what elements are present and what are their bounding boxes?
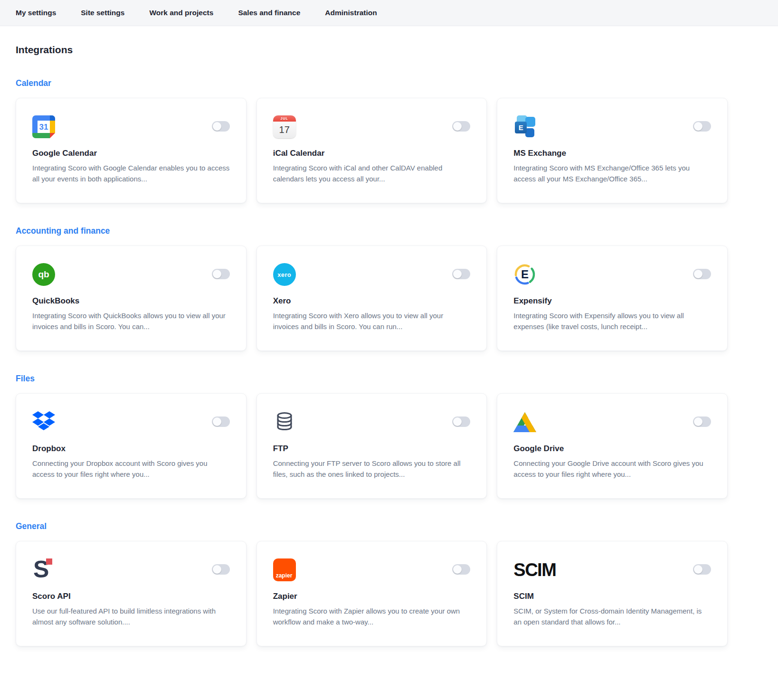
- nav-item-work-and-projects[interactable]: Work and projects: [149, 9, 213, 17]
- card-title: Scoro API: [32, 592, 230, 601]
- dropbox-toggle[interactable]: [212, 416, 230, 427]
- toggle-knob: [213, 565, 221, 574]
- nav-item-site-settings[interactable]: Site settings: [81, 9, 124, 17]
- google-calendar-icon: 31: [32, 115, 55, 138]
- toggle-knob: [453, 565, 462, 574]
- svg-text:E: E: [521, 268, 529, 281]
- integration-card-scim[interactable]: SCIM SCIM SCIM, or System for Cross-doma…: [497, 541, 728, 646]
- top-settings-nav: My settings Site settings Work and proje…: [0, 0, 778, 26]
- toggle-knob: [213, 122, 221, 131]
- scim-icon: SCIM: [513, 558, 570, 581]
- card-title: iCal Calendar: [273, 149, 471, 158]
- section-title-calendar: Calendar: [16, 78, 728, 88]
- section-title-accounting-and-finance: Accounting and finance: [16, 226, 728, 236]
- ftp-server-icon: [273, 411, 296, 434]
- card-title: Expensify: [513, 296, 711, 306]
- card-title: SCIM: [513, 592, 711, 601]
- expensify-icon: E: [513, 263, 536, 286]
- toggle-knob: [694, 417, 702, 426]
- card-description: Connecting your FTP server to Scoro allo…: [273, 458, 471, 480]
- card-title: FTP: [273, 444, 471, 454]
- dropbox-icon: [32, 411, 55, 434]
- toggle-knob: [453, 270, 462, 278]
- scoro-api-icon: S: [32, 558, 55, 581]
- quickbooks-icon: qb: [32, 263, 55, 286]
- toggle-knob: [694, 270, 702, 278]
- toggle-knob: [694, 122, 702, 131]
- card-description: Integrating Scoro with QuickBooks allows…: [32, 310, 230, 332]
- svg-text:31: 31: [39, 123, 48, 132]
- card-description: Use our full-featured API to build limit…: [32, 605, 230, 627]
- accounting-cards-grid: qb QuickBooks Integrating Scoro with Qui…: [16, 246, 728, 351]
- toggle-knob: [213, 270, 221, 278]
- card-description: Integrating Scoro with iCal and other Ca…: [273, 162, 471, 184]
- card-description: Integrating Scoro with Expensify allows …: [513, 310, 711, 332]
- files-cards-grid: Dropbox Connecting your Dropbox account …: [16, 393, 728, 499]
- card-title: Xero: [273, 296, 471, 306]
- ftp-toggle[interactable]: [452, 416, 470, 427]
- card-description: Connecting your Google Drive account wit…: [513, 458, 711, 480]
- ical-calendar-icon: JUL 17: [273, 115, 296, 138]
- card-description: Integrating Scoro with Google Calendar e…: [32, 162, 230, 184]
- integration-card-quickbooks[interactable]: qb QuickBooks Integrating Scoro with Qui…: [16, 246, 247, 351]
- integration-card-ical-calendar[interactable]: JUL 17 iCal Calendar Integrating Scoro w…: [256, 98, 487, 203]
- integration-card-expensify[interactable]: E Expensify Integrating Scoro with Expen…: [497, 246, 728, 351]
- zapier-icon: zapier: [273, 558, 296, 581]
- general-cards-grid: S Scoro API Use our full-featured API to…: [16, 541, 728, 646]
- calendar-cards-grid: 31 Google Calendar Integrating Scoro wit…: [16, 98, 728, 203]
- toggle-knob: [453, 122, 462, 131]
- scim-toggle[interactable]: [693, 564, 711, 575]
- nav-item-administration[interactable]: Administration: [325, 9, 377, 17]
- card-title: Google Calendar: [32, 149, 230, 158]
- integration-card-ms-exchange[interactable]: E MS Exchange Integrating Scoro with MS …: [497, 98, 728, 203]
- ical-month-label: JUL: [273, 115, 296, 122]
- nav-item-sales-and-finance[interactable]: Sales and finance: [238, 9, 300, 17]
- card-title: MS Exchange: [513, 149, 711, 158]
- integrations-page: Integrations Calendar: [0, 44, 778, 680]
- card-title: Zapier: [273, 592, 471, 601]
- quickbooks-toggle[interactable]: [212, 269, 230, 279]
- nav-item-my-settings[interactable]: My settings: [16, 9, 56, 17]
- integration-card-google-calendar[interactable]: 31 Google Calendar Integrating Scoro wit…: [16, 98, 247, 203]
- ical-calendar-toggle[interactable]: [452, 121, 470, 132]
- zapier-toggle[interactable]: [452, 564, 470, 575]
- google-drive-toggle[interactable]: [693, 416, 711, 427]
- xero-icon: xero: [273, 263, 296, 286]
- card-description: SCIM, or System for Cross-domain Identit…: [513, 605, 711, 627]
- integration-card-dropbox[interactable]: Dropbox Connecting your Dropbox account …: [16, 393, 247, 499]
- google-calendar-toggle[interactable]: [212, 121, 230, 132]
- integration-card-google-drive[interactable]: Google Drive Connecting your Google Driv…: [497, 393, 728, 499]
- toggle-knob: [694, 565, 702, 574]
- ical-day-label: 17: [273, 122, 296, 138]
- ms-exchange-icon: E: [513, 115, 536, 138]
- toggle-knob: [453, 417, 462, 426]
- expensify-toggle[interactable]: [693, 269, 711, 279]
- card-title: Google Drive: [513, 444, 711, 454]
- ms-exchange-toggle[interactable]: [693, 121, 711, 132]
- card-description: Integrating Scoro with MS Exchange/Offic…: [513, 162, 711, 184]
- section-title-general: General: [16, 521, 728, 531]
- card-title: QuickBooks: [32, 296, 230, 306]
- scoro-api-toggle[interactable]: [212, 564, 230, 575]
- xero-toggle[interactable]: [452, 269, 470, 279]
- card-title: Dropbox: [32, 444, 230, 454]
- card-description: Integrating Scoro with Xero allows you t…: [273, 310, 471, 332]
- card-description: Connecting your Dropbox account with Sco…: [32, 458, 230, 480]
- google-drive-icon: [513, 411, 536, 434]
- toggle-knob: [213, 417, 221, 426]
- integration-card-xero[interactable]: xero Xero Integrating Scoro with Xero al…: [256, 246, 487, 351]
- integration-card-zapier[interactable]: zapier Zapier Integrating Scoro with Zap…: [256, 541, 487, 646]
- card-description: Integrating Scoro with Zapier allows you…: [273, 605, 471, 627]
- integration-card-scoro-api[interactable]: S Scoro API Use our full-featured API to…: [16, 541, 247, 646]
- page-title: Integrations: [16, 44, 728, 56]
- section-title-files: Files: [16, 374, 728, 384]
- integration-card-ftp[interactable]: FTP Connecting your FTP server to Scoro …: [256, 393, 487, 499]
